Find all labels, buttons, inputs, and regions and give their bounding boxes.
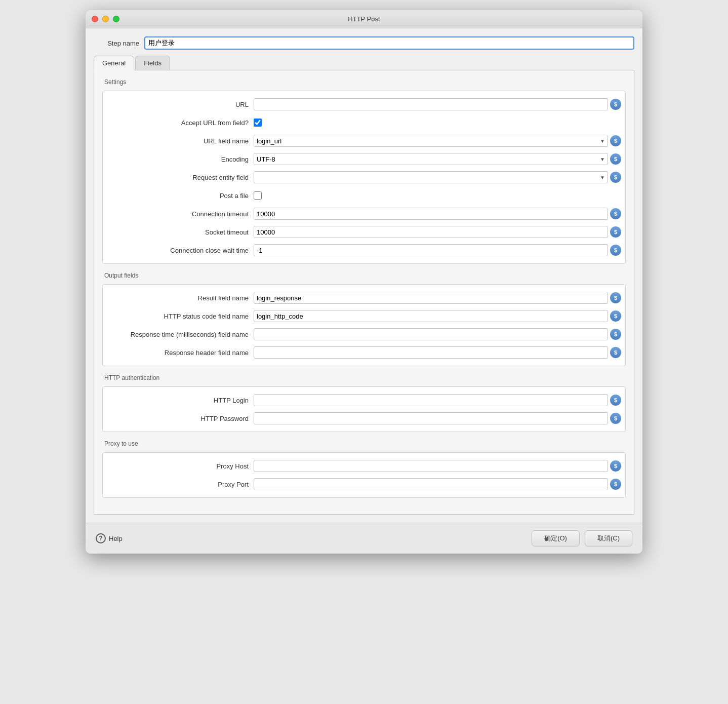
request-entity-label: Request entity field <box>107 174 254 181</box>
main-window: HTTP Post Step name General Fields Setti… <box>86 10 642 554</box>
socket-timeout-row: Socket timeout <box>107 225 621 239</box>
proxy-port-var-button[interactable] <box>610 479 621 490</box>
response-time-var-button[interactable] <box>610 329 621 340</box>
tab-fields[interactable]: Fields <box>135 56 170 70</box>
footer-buttons: 确定(O) 取消(C) <box>532 530 632 546</box>
request-entity-var-button[interactable] <box>610 172 621 183</box>
close-button[interactable] <box>92 16 98 22</box>
url-var-button[interactable] <box>610 99 621 110</box>
response-header-var-button[interactable] <box>610 347 621 358</box>
proxy-host-label: Proxy Host <box>107 462 254 470</box>
window-title: HTTP Post <box>348 15 380 23</box>
encoding-var-button[interactable] <box>610 153 621 165</box>
conn-timeout-input[interactable] <box>254 208 608 220</box>
http-status-input[interactable] <box>254 310 608 322</box>
confirm-button[interactable]: 确定(O) <box>532 530 580 546</box>
proxy-box: Proxy Host Proxy Port <box>102 452 626 498</box>
cancel-button[interactable]: 取消(C) <box>585 530 632 546</box>
encoding-select-wrapper: UTF-8 ▼ <box>254 153 608 165</box>
proxy-title: Proxy to use <box>102 440 626 447</box>
http-auth-section: HTTP authentication HTTP Login HTTP Pass… <box>102 374 626 432</box>
http-password-field <box>254 412 621 424</box>
socket-timeout-input[interactable] <box>254 226 608 238</box>
response-header-label: Response header field name <box>107 349 254 357</box>
result-field-field <box>254 292 621 304</box>
result-field-var-button[interactable] <box>610 292 621 303</box>
accept-url-label: Accept URL from field? <box>107 119 254 127</box>
settings-box: URL Accept URL from field? <box>102 91 626 264</box>
footer: ? Help 确定(O) 取消(C) <box>86 523 642 554</box>
help-icon[interactable]: ? <box>96 533 106 543</box>
url-field-name-label: URL field name <box>107 137 254 145</box>
step-name-input[interactable] <box>144 36 634 50</box>
response-time-label: Response time (milliseconds) field name <box>107 331 254 338</box>
url-field-name-var-button[interactable] <box>610 135 621 146</box>
proxy-port-input[interactable] <box>254 478 608 490</box>
step-name-row: Step name <box>94 36 634 50</box>
conn-wait-var-button[interactable] <box>610 245 621 256</box>
encoding-row: Encoding UTF-8 ▼ <box>107 152 621 166</box>
response-header-input[interactable] <box>254 346 608 359</box>
proxy-host-field <box>254 460 621 472</box>
tab-general[interactable]: General <box>94 56 134 70</box>
url-field-name-select-wrapper: login_url ▼ <box>254 135 608 147</box>
http-password-label: HTTP Password <box>107 415 254 422</box>
http-login-input[interactable] <box>254 394 608 406</box>
conn-timeout-label: Connection timeout <box>107 210 254 218</box>
http-status-field <box>254 310 621 322</box>
accept-url-row: Accept URL from field? <box>107 115 621 130</box>
conn-timeout-row: Connection timeout <box>107 207 621 221</box>
request-entity-select[interactable] <box>254 171 608 183</box>
result-field-label: Result field name <box>107 294 254 302</box>
http-login-field <box>254 394 621 406</box>
url-field <box>254 98 621 110</box>
conn-wait-row: Connection close wait time <box>107 243 621 257</box>
http-password-input[interactable] <box>254 412 608 424</box>
url-field-name-row: URL field name login_url ▼ <box>107 134 621 148</box>
conn-wait-label: Connection close wait time <box>107 247 254 254</box>
output-fields-section: Output fields Result field name HTTP sta… <box>102 272 626 366</box>
conn-wait-input[interactable] <box>254 244 608 256</box>
title-bar: HTTP Post <box>86 10 642 28</box>
accept-url-checkbox-wrapper <box>254 119 262 127</box>
post-file-label: Post a file <box>107 192 254 200</box>
proxy-host-row: Proxy Host <box>107 459 621 473</box>
http-login-var-button[interactable] <box>610 395 621 406</box>
http-password-var-button[interactable] <box>610 413 621 424</box>
response-header-row: Response header field name <box>107 345 621 360</box>
post-file-checkbox-wrapper <box>254 191 262 200</box>
encoding-select[interactable]: UTF-8 <box>254 153 608 165</box>
socket-timeout-var-button[interactable] <box>610 226 621 238</box>
url-field-name-field: login_url ▼ <box>254 135 621 147</box>
accept-url-checkbox[interactable] <box>254 119 262 127</box>
response-time-input[interactable] <box>254 328 608 340</box>
post-file-checkbox[interactable] <box>254 191 262 200</box>
proxy-port-field <box>254 478 621 490</box>
post-file-row: Post a file <box>107 188 621 203</box>
http-status-var-button[interactable] <box>610 310 621 322</box>
url-row: URL <box>107 97 621 111</box>
output-fields-title: Output fields <box>102 272 626 279</box>
result-field-input[interactable] <box>254 292 608 304</box>
accept-url-field <box>254 119 621 127</box>
url-field-name-select[interactable]: login_url <box>254 135 608 147</box>
request-entity-select-wrapper: ▼ <box>254 171 608 183</box>
minimize-button[interactable] <box>102 16 109 22</box>
conn-wait-field <box>254 244 621 256</box>
settings-title: Settings <box>102 79 626 86</box>
encoding-field: UTF-8 ▼ <box>254 153 621 165</box>
http-login-label: HTTP Login <box>107 397 254 404</box>
proxy-port-label: Proxy Port <box>107 481 254 488</box>
conn-timeout-var-button[interactable] <box>610 208 621 219</box>
proxy-host-var-button[interactable] <box>610 460 621 472</box>
http-auth-title: HTTP authentication <box>102 374 626 381</box>
maximize-button[interactable] <box>113 16 119 22</box>
window-content: Step name General Fields Settings URL <box>86 28 642 523</box>
url-input[interactable] <box>254 98 608 110</box>
http-login-row: HTTP Login <box>107 393 621 407</box>
main-panel: Settings URL Accept URL from field? <box>94 70 634 515</box>
proxy-host-input[interactable] <box>254 460 608 472</box>
response-time-field <box>254 328 621 340</box>
tab-bar: General Fields <box>94 56 634 70</box>
url-label: URL <box>107 101 254 108</box>
